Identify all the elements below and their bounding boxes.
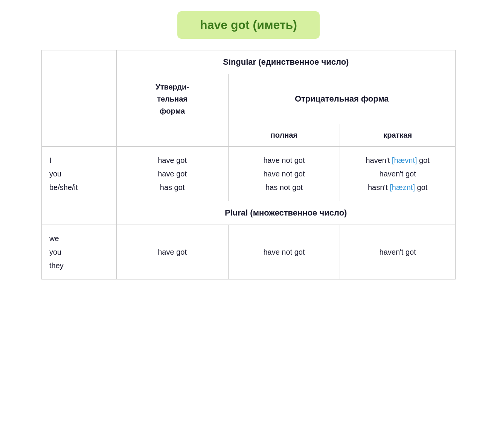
singular-negative-full: have not gothave not gothas not got [228,147,340,201]
phonetic-haeznt: [hæznt] [390,183,415,191]
sub-empty [42,124,117,147]
plural-header: Plural (множественное число) [116,201,455,225]
phonetic-haevnt: [hævnt] [392,156,417,164]
affirmative-header: Утверди-тельнаяформа [116,74,228,124]
grammar-table: Singular (единственное число) Утверди-те… [41,50,456,279]
plural-empty-corner [42,201,117,225]
negative-header: Отрицательная форма [228,74,455,124]
singular-header: Singular (единственное число) [116,50,455,74]
plural-affirmative: have got [116,225,228,279]
plural-pronouns: weyouthey [42,225,117,279]
full-subheader: полная [228,124,340,147]
pronouns-header-empty [42,74,117,124]
singular-pronouns: Iyoube/she/it [42,147,117,201]
singular-negative-short: haven't [hævnt] got haven't got hasn't [… [340,147,456,201]
empty-corner-cell [42,50,117,74]
plural-negative-full: have not got [228,225,340,279]
title-badge: have got (иметь) [177,11,320,39]
short-subheader: краткая [340,124,456,147]
affirmative-sub-empty [116,124,228,147]
singular-affirmative: have gothave gothas got [116,147,228,201]
page-container: have got (иметь) Singular (единственное … [41,11,456,279]
plural-negative-short: haven't got [340,225,456,279]
